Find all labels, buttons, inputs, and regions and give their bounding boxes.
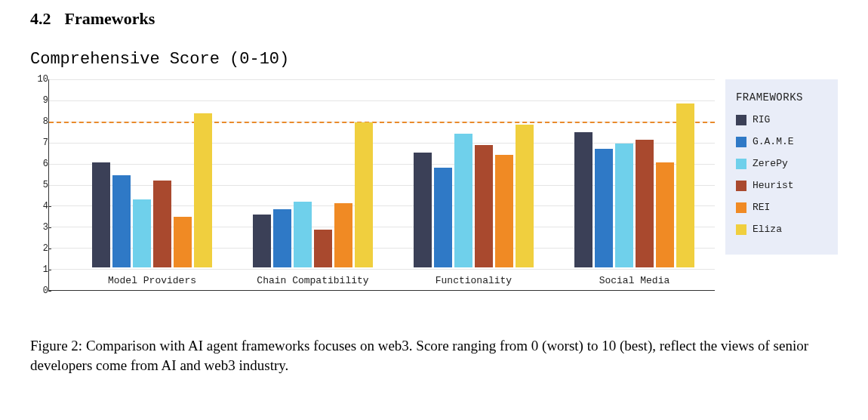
plot-area: Model ProvidersChain CompatibilityFuncti…: [48, 79, 715, 291]
y-tick: 0: [29, 286, 48, 296]
bar: [574, 132, 593, 267]
category-group: Functionality: [393, 79, 554, 267]
category-label: Model Providers: [72, 275, 232, 286]
y-tick: 4: [29, 201, 48, 212]
grid-line: [49, 269, 715, 270]
bar: [636, 140, 654, 267]
section-number: 4.2: [30, 9, 51, 28]
bar: [194, 113, 212, 267]
legend-item: REI: [736, 202, 827, 213]
bar: [92, 162, 110, 267]
category-group: Model Providers: [72, 79, 232, 267]
y-tick: 1: [29, 264, 48, 275]
bar: [595, 149, 613, 267]
section-title: Frameworks: [65, 9, 155, 28]
chart: Comprehensive Score (0-10) 012345678910 …: [26, 50, 838, 313]
legend-label: RIG: [753, 114, 770, 125]
legend-swatch: [736, 181, 746, 191]
figure-caption: Figure 2: Comparison with AI agent frame…: [30, 336, 838, 375]
legend-item: Heurist: [736, 180, 827, 191]
legend-label: G.A.M.E: [753, 136, 794, 147]
chart-plot: 012345678910 Model ProvidersChain Compat…: [26, 79, 715, 313]
legend-item: ZerePy: [736, 158, 827, 169]
bar: [516, 125, 534, 267]
legend-swatch: [736, 202, 746, 213]
y-tick: 3: [29, 222, 48, 233]
bar: [334, 203, 352, 267]
bar: [153, 181, 171, 267]
chart-legend: FRAMEWORKS RIGG.A.M.EZerePyHeuristREIEli…: [725, 79, 838, 255]
legend-label: Heurist: [753, 180, 794, 191]
bar: [253, 215, 271, 267]
y-tick: 10: [29, 74, 48, 85]
legend-item: G.A.M.E: [736, 136, 827, 147]
y-tick: 2: [29, 243, 48, 254]
chart-title: Comprehensive Score (0-10): [30, 50, 838, 69]
legend-label: REI: [753, 202, 770, 213]
bar: [355, 122, 373, 267]
legend-swatch: [736, 137, 746, 147]
bar: [133, 199, 151, 267]
category-group: Social Media: [554, 79, 715, 267]
y-tick: 7: [29, 137, 48, 148]
legend-item: Eliza: [736, 224, 827, 235]
y-tick: 8: [29, 116, 48, 127]
legend-swatch: [736, 159, 746, 169]
bar: [475, 145, 493, 267]
section-heading: 4.2Frameworks: [30, 9, 838, 29]
category-label: Social Media: [554, 275, 715, 286]
bar: [273, 209, 291, 267]
legend-label: ZerePy: [753, 158, 788, 169]
category-label: Chain Compatibility: [232, 275, 393, 286]
bar: [434, 168, 452, 267]
y-tick: 9: [29, 95, 48, 106]
bar: [656, 162, 674, 267]
bar: [454, 134, 472, 267]
bar: [294, 202, 312, 267]
legend-item: RIG: [736, 114, 827, 125]
y-tick: 6: [29, 159, 48, 169]
legend-label: Eliza: [753, 224, 782, 235]
bar: [615, 144, 633, 267]
category-group: Chain Compatibility: [232, 79, 393, 267]
bar: [495, 155, 513, 267]
category-label: Functionality: [393, 275, 554, 286]
y-tick: 5: [29, 180, 48, 190]
bar: [112, 175, 131, 267]
bar: [174, 217, 192, 267]
legend-swatch: [736, 115, 746, 125]
bar: [414, 153, 432, 267]
legend-swatch: [736, 224, 746, 235]
legend-title: FRAMEWORKS: [736, 91, 827, 103]
bar: [314, 230, 332, 267]
bar: [676, 103, 694, 267]
